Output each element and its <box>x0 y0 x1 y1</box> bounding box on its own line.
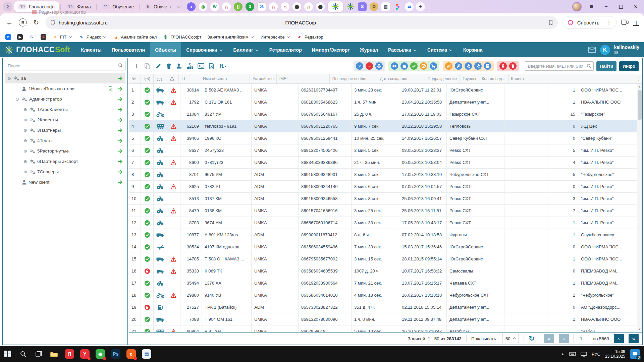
scrollbar-thumb[interactable] <box>638 90 642 120</box>
tree-item-3партнеры[interactable]: ⊕3Партнеры <box>5 125 125 135</box>
expander-plus-icon[interactable]: ⊕ <box>23 138 28 143</box>
taskbar-explorer-folder[interactable] <box>46 346 62 362</box>
shield-icon[interactable] <box>50 20 55 25</box>
page-size-select[interactable]: 50 <box>502 334 519 343</box>
table-row[interactable]: 1085130137 КМADM8691580093465583 мин. 8 … <box>129 193 642 205</box>
find-button[interactable]: Найти <box>596 61 616 71</box>
statistics-icon[interactable] <box>445 62 452 70</box>
prev-page-button[interactable]: ‹ <box>559 334 569 343</box>
copy-icon[interactable] <box>143 62 152 70</box>
taskbar-task-view[interactable] <box>31 346 46 362</box>
pinned-tab-alice[interactable]: ● <box>187 2 196 11</box>
tariff-cart-icon[interactable] <box>430 62 437 70</box>
window-restore-button[interactable] <box>616 2 626 12</box>
browser-tab-4[interactable]: 5Обуче› <box>141 1 175 12</box>
side-panels-icon[interactable] <box>621 19 629 26</box>
column-header-id[interactable]: Id <box>179 74 200 83</box>
arrow-icon[interactable] <box>118 117 123 123</box>
pinned-tab-apple[interactable]: ⬤ <box>292 2 301 11</box>
doc-check-icon[interactable] <box>108 86 113 92</box>
pinned-tab-red-arc[interactable]: ∩ <box>222 2 231 11</box>
table-row[interactable]: 1927527ТРК 1 (Батайск)ADM865733023827322… <box>129 301 642 313</box>
table-row[interactable]: 986250782 УТADM8691580093441403 мин. 6 с… <box>129 181 642 193</box>
bookmark-play-dark[interactable]: ▶ <box>17 34 23 40</box>
tree-item-7серверы[interactable]: ⊕7Серверы <box>5 167 125 177</box>
arrow-icon[interactable] <box>118 128 123 133</box>
tree-item-6партнеры-экспорт[interactable]: ⊕6Партнеры экспорт <box>5 156 125 167</box>
tree-item-2клиенты[interactable]: ⊕2Клиенты <box>5 115 125 125</box>
expander-plus-icon[interactable]: ⊕ <box>23 169 28 174</box>
ask-ai-button[interactable]: ? Спросить ⋮ <box>562 16 616 29</box>
expander-plus-icon[interactable]: ⊕ <box>23 107 28 112</box>
bookmark-google[interactable]: G <box>29 34 35 40</box>
tree-item-1новыепользователи[interactable]: 1НовыеПользователи <box>5 83 125 94</box>
table-row[interactable]: 2160804В 4.. ХНUMKA8667958019...5 мин. 1… <box>129 325 642 332</box>
taskbar-orange-browser[interactable]: e <box>123 346 139 362</box>
taskbar-photoshop[interactable]: Ps <box>108 346 123 362</box>
expander-minus-icon[interactable]: ⊖ <box>15 97 20 102</box>
add-icon[interactable] <box>132 62 141 70</box>
app-logo[interactable]: ГЛОНАССSoft <box>0 45 76 54</box>
bookmark-интересное[interactable]: Интересное <box>261 35 291 40</box>
table-row[interactable]: 3210848327 УРUMKA86679503564916725 д. 0 … <box>129 108 642 120</box>
reload-button[interactable]: ↻ <box>32 18 41 26</box>
column-header-n[interactable]: № <box>129 74 141 83</box>
terminal-icon[interactable] <box>197 62 205 70</box>
taskbar-windows-start[interactable] <box>0 346 15 362</box>
forbid-icon[interactable] <box>420 62 427 70</box>
edit-icon[interactable] <box>154 62 162 70</box>
column-menu-icon[interactable]: ⋮ <box>637 76 641 81</box>
bookmark-глонасссофт[interactable]: ГЛОНАССсофт <box>163 34 201 40</box>
delete-objects-icon[interactable] <box>509 62 517 70</box>
address-bar[interactable]: hosting.glonasssoft.ru ГЛОНАССофт <box>46 16 558 29</box>
table-row[interactable]: 17354941376 ХАUMKA8661920339805647 мин. … <box>129 277 642 289</box>
service-add-icon[interactable] <box>474 62 482 70</box>
table-row[interactable]: 5394051996 КОUMKA86679503125944110 мин. … <box>129 132 642 144</box>
tray-expand-icon[interactable]: ▲ <box>561 352 565 356</box>
scroll-up-icon[interactable]: ▲ <box>637 84 642 89</box>
pinned-tab-figma[interactable] <box>393 2 402 11</box>
column-header-client[interactable]: Клиент <box>508 74 528 83</box>
table-row[interactable]: 138614В 502 АЕ КАМАЗ ...UMKA862631037734… <box>129 84 642 96</box>
block-icon[interactable] <box>499 62 507 70</box>
nav-item-справочники[interactable]: Справочники <box>181 42 228 57</box>
mail-icon[interactable] <box>588 47 596 53</box>
nav-item-журнал[interactable]: Журнал <box>355 42 383 57</box>
pinned-tab-code-green[interactable]: {} <box>234 2 243 11</box>
column-header-status[interactable] <box>141 74 154 83</box>
pinned-tab-dog[interactable]: ʘ <box>370 2 378 11</box>
table-row[interactable]: 1184790138 КМUMKA8601570416569163 мин. 2… <box>129 205 642 217</box>
pinned-tab-red-arc[interactable]: ∩ <box>281 2 289 11</box>
bookmark-редактор[interactable]: ✐Редактор <box>297 34 323 40</box>
import-export-icon[interactable] <box>218 62 227 70</box>
arrow-icon[interactable] <box>118 148 123 154</box>
pinned-tab-red-arc[interactable]: ∩ <box>304 2 313 11</box>
tree-item-sa[interactable]: ⊖sa <box>5 73 125 83</box>
keyboard-icon[interactable] <box>569 352 576 356</box>
arrow-icon[interactable] <box>118 86 123 92</box>
expander-plus-icon[interactable]: ⊕ <box>23 128 28 133</box>
arrow-icon[interactable] <box>118 169 123 175</box>
expander-plus-icon[interactable]: ⊕ <box>23 117 28 122</box>
table-row[interactable]: 887019675 УМADM8691580093489018 мин. 2 с… <box>129 169 642 181</box>
arrow-icon[interactable] <box>118 138 123 143</box>
pinned-tab-glonass-snowflake[interactable] <box>328 1 343 12</box>
display-icon[interactable] <box>581 352 587 357</box>
pinned-tab-three-green[interactable]: 3 <box>246 2 254 11</box>
taskbar-green-app[interactable]: ◉ <box>93 346 108 362</box>
column-header-groups[interactable]: Группы <box>460 74 479 83</box>
table-row[interactable]: 1310877А 801 КМ 123rusADM869309011870412… <box>129 229 642 241</box>
downloads-icon[interactable]: ↓ <box>633 19 639 26</box>
last-page-button[interactable]: » <box>629 334 639 343</box>
objects-search-input[interactable] <box>525 61 594 71</box>
delete-icon[interactable] <box>164 62 173 70</box>
expander-plus-icon[interactable]: ⊕ <box>23 148 28 154</box>
scroll-down-icon[interactable]: ▼ <box>637 327 642 332</box>
browser-profile-avatar[interactable] <box>572 2 582 11</box>
pinned-tab-glonass-snowflake[interactable] <box>346 2 355 11</box>
nav-item-объекты[interactable]: Объекты <box>150 42 181 57</box>
table-row[interactable]: 21792С 171 ОК 161UMKA8681830354686231 ч.… <box>129 96 642 108</box>
column-header-drivers[interactable]: Кол-во вод... <box>479 74 508 83</box>
next-page-button[interactable]: › <box>614 334 624 343</box>
table-row[interactable]: 14305344197 КМ одноков...UMKA86358603455… <box>129 241 642 253</box>
